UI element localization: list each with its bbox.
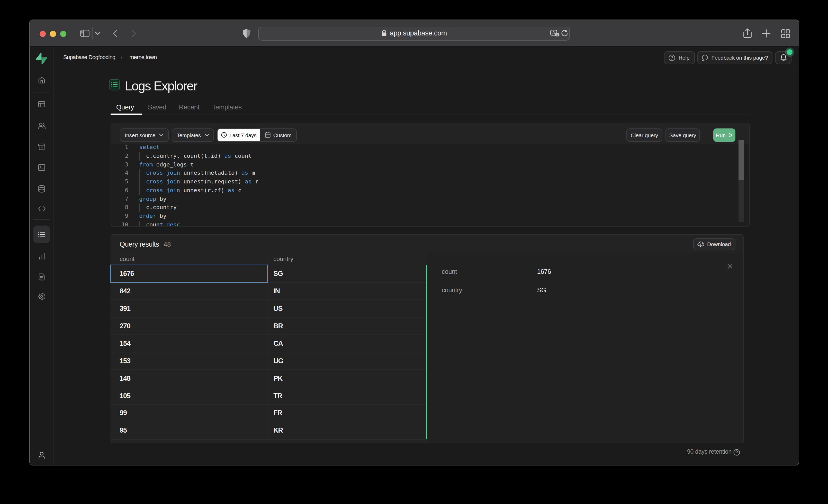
svg-text:A: A (552, 31, 555, 35)
svg-text:文: 文 (556, 33, 559, 36)
